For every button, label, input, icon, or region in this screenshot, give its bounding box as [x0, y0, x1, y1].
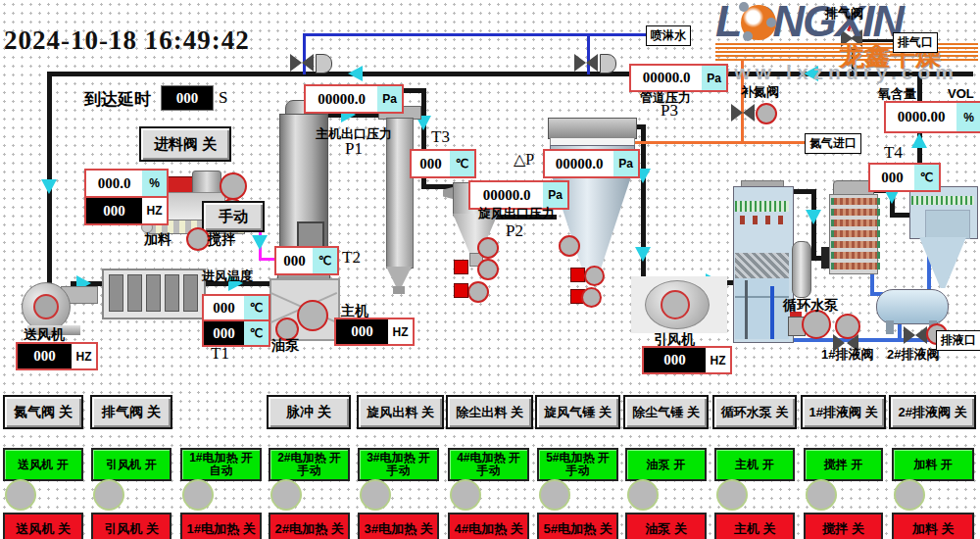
drain2-button[interactable]: 2#排液阀 关 — [889, 395, 976, 429]
flow-arrow — [41, 179, 57, 194]
degc-unit: ℃ — [914, 165, 939, 190]
p2-label: 旋风出口压力 — [478, 205, 555, 222]
t2-tag: T2 — [342, 248, 361, 268]
bagfilter-alarm-block — [570, 268, 585, 282]
hz-unit: HZ — [706, 348, 730, 372]
feed-on-button[interactable]: 加料 开 — [892, 448, 974, 481]
spray-valve-2 — [574, 53, 617, 73]
dp-tag: △P — [514, 150, 534, 169]
spray-water-pipe — [303, 33, 650, 36]
idfan-off-button[interactable]: 引风机 关 — [91, 513, 172, 539]
oilpump-on-button[interactable]: 油泵 开 — [625, 448, 707, 481]
main-hz-display: 000 HZ — [334, 318, 415, 346]
cyclone-hammer-button[interactable]: 旋风气锤 关 — [535, 395, 620, 429]
heater1-off-button[interactable]: 1#电加热 关 — [180, 513, 262, 539]
status-lamp — [182, 479, 214, 511]
main-hz-value: 000 — [336, 319, 388, 344]
bagfilter-out-pipe-v — [641, 124, 646, 299]
dust-discharge-button[interactable]: 除尘出料 关 — [446, 395, 533, 429]
t4-value: 000 — [870, 165, 914, 190]
o2-value: 0000.00 — [886, 103, 956, 131]
t4-display: 000 ℃ — [868, 163, 941, 192]
cyclone-discharge-button[interactable]: 旋风出料 关 — [357, 395, 444, 429]
degc-unit: ℃ — [450, 151, 474, 176]
dust-hammer-button[interactable]: 除尘气锤 关 — [623, 395, 709, 429]
status-lamp — [894, 479, 925, 511]
cyclone-alarm-block — [454, 260, 468, 274]
hz-unit: HZ — [72, 344, 96, 368]
percent-unit: % — [956, 103, 980, 131]
idfan-on-button[interactable]: 引风机 开 — [91, 448, 172, 481]
scrubber-hx-pipe-v — [811, 189, 816, 260]
exhaust-valve-label: 排气阀 — [825, 5, 863, 23]
feed-valve-button[interactable]: 进料阀 关 — [139, 126, 231, 162]
cyclone-rotary-valve — [467, 281, 489, 303]
nitrogen-valve-button[interactable]: 氮气阀 关 — [3, 395, 83, 429]
heat-exchanger — [821, 178, 878, 272]
status-lamp — [360, 479, 391, 511]
pulse-button[interactable]: 脉冲 关 — [267, 395, 351, 429]
p3-display: 00000.0 Pa — [629, 64, 728, 92]
inlet-setpoint-display: 000 ℃ — [202, 294, 270, 321]
exhaust-valve-button[interactable]: 排气阀 关 — [90, 395, 172, 429]
button-label: 搅拌 开 — [824, 459, 862, 471]
heater3-on-button[interactable]: 3#电加热 开手动 — [358, 448, 439, 481]
pa-unit: Pa — [377, 86, 402, 112]
status-lamp — [93, 479, 124, 511]
t1-display: 000 ℃ — [202, 319, 270, 347]
heater2-on-button[interactable]: 2#电加热 开手动 — [269, 448, 350, 481]
stir-on-button[interactable]: 搅拌 开 — [804, 448, 883, 481]
cyclone-alarm-block — [454, 283, 468, 298]
status-lamp — [270, 479, 302, 511]
heater1-on-button[interactable]: 1#电加热 开自动 — [180, 448, 262, 481]
drain-port-label: 排液口 — [936, 330, 980, 351]
feed-off-button[interactable]: 加料 关 — [892, 513, 974, 539]
button-sublabel: 手动 — [298, 465, 321, 477]
stir-label: 搅拌 — [208, 231, 235, 249]
hz-unit: HZ — [142, 198, 167, 223]
arrive-delay-unit: S — [219, 88, 227, 108]
feed-indicator — [186, 227, 210, 251]
t2-value: 000 — [276, 248, 313, 273]
heater2-off-button[interactable]: 2#电加热 关 — [269, 513, 350, 539]
stir-off-button[interactable]: 搅拌 关 — [804, 513, 883, 539]
arrive-delay-label: 到达延时 — [84, 88, 151, 111]
manual-mode-button[interactable]: 手动 — [202, 201, 265, 232]
main-on-button[interactable]: 主机 开 — [714, 448, 795, 481]
status-lamp — [627, 479, 659, 511]
blower-hz-value: 000 — [18, 344, 72, 368]
dp-value: 00000.0 — [545, 151, 613, 176]
t4-tag: T4 — [884, 143, 903, 163]
flow-arrow — [806, 210, 821, 224]
heater3-off-button[interactable]: 3#电加热 关 — [358, 513, 439, 539]
idfan-hz-value: 000 — [644, 348, 706, 372]
exhaust-port-label: 排气口 — [893, 32, 938, 53]
inlet-temp-label: 进风温度 — [202, 268, 253, 285]
induced-draft-fan — [631, 276, 727, 333]
p2-tag: P2 — [506, 221, 523, 241]
heater5-on-button[interactable]: 5#电加热 开手动 — [537, 448, 618, 481]
heater5-off-button[interactable]: 5#电加热 关 — [537, 513, 618, 539]
bagfilter-rotary-valve — [581, 287, 602, 308]
circ-pump-label: 循环水泵 — [783, 297, 838, 315]
n2-valve-label: 补氮阀 — [741, 83, 779, 101]
oilpump-off-button[interactable]: 油泵 关 — [625, 513, 707, 539]
oil-pump-label: 油泵 — [271, 337, 299, 355]
t3-display: 000 ℃ — [410, 149, 476, 178]
o2-vol-label: VOL — [948, 86, 974, 101]
p3-value: 00000.0 — [631, 66, 702, 90]
scada-screen: 2024-10-18 16:49:42 LONGXIN 龙鑫干燥 www.lxz… — [0, 0, 980, 539]
main-off-button[interactable]: 主机 关 — [714, 513, 795, 539]
circ-pump-button[interactable]: 循环水泵 关 — [712, 395, 797, 429]
heater4-on-button[interactable]: 4#电加热 开手动 — [448, 448, 529, 481]
t1-tag: T1 — [211, 344, 229, 364]
drain1-button[interactable]: 1#排液阀 关 — [801, 395, 886, 429]
blower-on-button[interactable]: 送风机 开 — [3, 448, 83, 481]
spray-water-label: 喷淋水 — [646, 25, 691, 46]
nitrogen-makeup-valve — [731, 102, 776, 123]
blower-off-button[interactable]: 送风机 关 — [3, 513, 83, 539]
p1-value: 00000.0 — [306, 86, 377, 112]
logo-site: www.lxzndry.com — [713, 61, 958, 84]
heater4-off-button[interactable]: 4#电加热 关 — [448, 513, 529, 539]
status-lamp — [450, 479, 481, 511]
